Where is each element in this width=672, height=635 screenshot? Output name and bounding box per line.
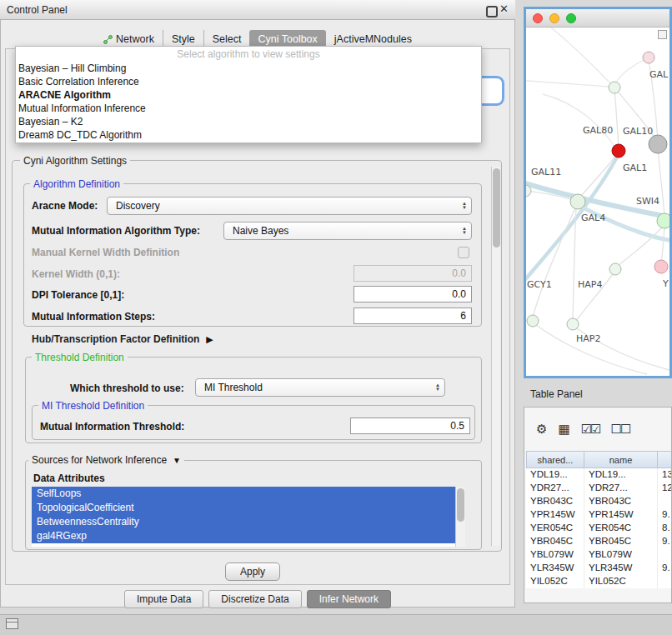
attributes-scrollbar-thumb[interactable] [457, 488, 464, 522]
mi-steps-field[interactable]: 6 [354, 308, 472, 324]
table-header-row: shared...name [526, 451, 672, 468]
network-node-label: GAL4 [581, 212, 605, 223]
table-row[interactable]: YER054CYER054C8. [526, 522, 672, 535]
network-edge [551, 28, 611, 84]
network-node[interactable] [570, 194, 585, 209]
network-edge [579, 206, 669, 241]
window-title: Control Panel [7, 4, 68, 16]
table-row[interactable]: YDR27...YDR27...12 [526, 482, 672, 495]
aracne-mode-label: Aracne Mode: [32, 200, 98, 212]
tab-label: jActiveMNodules [334, 33, 412, 45]
network-node-label: GAL10 [623, 126, 653, 137]
column-header[interactable] [658, 451, 672, 468]
network-node-label: GAL1 [623, 162, 647, 173]
network-edge [576, 271, 615, 321]
manual-kernel-label: Manual Kernel Width Definition [32, 247, 179, 258]
attributes-scrollbar[interactable] [455, 487, 465, 547]
dpi-tolerance-label: DPI Tolerance [0,1]: [32, 289, 124, 301]
network-node[interactable] [609, 82, 620, 93]
hub-definition-section[interactable]: Hub/Transcription Factor Definition ▶ [32, 333, 213, 345]
network-node-label: GCY1 [527, 279, 552, 290]
data-attributes-label: Data Attributes [33, 472, 105, 484]
tab-discretize-data[interactable]: Discretize Data [208, 590, 301, 608]
column-header[interactable]: name [584, 451, 658, 468]
kernel-width-field[interactable]: 0.0 [354, 265, 472, 282]
table-row[interactable]: YIL052CYIL052C [526, 575, 672, 588]
mi-threshold-field[interactable]: 0.5 [350, 418, 470, 434]
tab-infer-network[interactable]: Infer Network [307, 590, 391, 608]
gear-icon[interactable]: ⚙ [536, 422, 547, 437]
network-edge [526, 81, 609, 87]
tab-impute-data[interactable]: Impute Data [124, 590, 203, 608]
network-node-label: SWI4 [636, 196, 659, 207]
deselect-all-icon[interactable]: ☐☐ [611, 422, 630, 437]
zoom-icon[interactable] [566, 13, 576, 23]
mi-steps-label: Mutual Information Steps: [32, 311, 155, 322]
threshold-definition-title: Threshold Definition [32, 352, 128, 363]
table-row[interactable]: YDL19...YDL19...13 [526, 468, 672, 482]
aracne-mode-combobox[interactable]: Discovery ▲▼ [107, 197, 472, 215]
table-panel-toolbar: ⚙ ▦ ☑☑ ☐☐ [524, 408, 671, 451]
algorithm-option[interactable]: Bayesian – Hill Climbing [16, 62, 481, 75]
minimize-icon[interactable] [549, 13, 559, 23]
table-row[interactable]: YLR345WYLR345W9. [526, 562, 672, 575]
dpi-tolerance-field[interactable]: 0.0 [354, 286, 472, 302]
table-row[interactable]: YBR045CYBR045C9. [526, 535, 672, 548]
select-all-icon[interactable]: ☑☑ [581, 422, 600, 437]
table-panel-title: Table Panel [530, 388, 583, 400]
apply-button[interactable]: Apply [225, 562, 280, 581]
attribute-item[interactable]: BetweennessCentrality [32, 515, 455, 529]
hub-definition-label: Hub/Transcription Factor Definition [32, 333, 199, 345]
table-row[interactable]: YBL079WYBL079W [526, 548, 672, 562]
manual-kernel-checkbox[interactable] [458, 247, 469, 258]
attribute-item[interactable]: gal4RGexp [32, 529, 455, 543]
network-node[interactable] [612, 144, 625, 158]
sources-label: Sources for Network Inference [32, 454, 167, 466]
tab-label: Cyni Toolbox [258, 33, 317, 45]
settings-scrollbar[interactable] [491, 167, 500, 546]
column-header[interactable]: shared... [526, 451, 584, 468]
close-icon[interactable] [533, 13, 543, 23]
chevron-updown-icon: ▲▼ [431, 383, 444, 392]
algorithm-option[interactable]: Basic Correlation Inference [16, 75, 481, 88]
panel-dock-icon[interactable] [6, 618, 18, 629]
float-window-icon[interactable] [486, 6, 498, 18]
network-edge [543, 94, 619, 154]
network-node-label: HAP4 [578, 279, 602, 290]
settings-group-title: Cyni Algorithm Settings [20, 155, 130, 167]
network-node[interactable] [649, 135, 667, 153]
algorithm-option[interactable]: ARACNE Algorithm [16, 88, 481, 102]
network-node[interactable] [527, 315, 539, 327]
network-edge [614, 88, 619, 149]
network-node-label: GAL [649, 69, 669, 80]
network-node-label: Y [662, 278, 669, 289]
mi-type-combobox[interactable]: Naive Bayes ▲▼ [223, 222, 472, 240]
network-canvas[interactable]: GALGAL80GAL10GAL11GAL1SWI4GAL4GCY1HAP4YH… [526, 28, 669, 376]
mi-threshold-group-title: MI Threshold Definition [38, 400, 148, 412]
network-node-label: GAL11 [531, 167, 561, 178]
network-edge [579, 152, 619, 198]
network-edge [618, 224, 664, 266]
table-panel-window: ⚙ ▦ ☑☑ ☐☐ shared...name YDL19...YDL19...… [524, 407, 672, 603]
network-node[interactable] [643, 52, 654, 63]
table-row[interactable]: YPR145WYPR145W9. [526, 508, 672, 522]
attribute-item[interactable]: SelfLoops [32, 487, 455, 501]
algorithm-option[interactable]: Dream8 DC_TDC Algorithm [16, 128, 481, 142]
attribute-item[interactable]: TopologicalCoefficient [32, 501, 455, 515]
algorithm-option[interactable]: Bayesian – K2 [16, 115, 481, 128]
close-icon[interactable]: ✕ [499, 2, 509, 15]
chevron-right-icon: ▶ [206, 334, 213, 345]
table-row[interactable]: YBR043CYBR043C [526, 495, 672, 508]
columns-icon[interactable]: ▦ [558, 422, 569, 437]
which-threshold-combobox[interactable]: MI Threshold ▲▼ [195, 378, 445, 397]
chevron-updown-icon: ▲▼ [458, 227, 471, 235]
network-node-label: HAP2 [576, 333, 600, 344]
network-node[interactable] [657, 213, 669, 228]
aracne-mode-value: Discovery [108, 200, 458, 212]
network-node[interactable] [567, 318, 579, 330]
algorithm-option[interactable]: Mutual Information Inference [16, 102, 481, 115]
settings-scrollbar-thumb[interactable] [493, 168, 500, 248]
network-node[interactable] [654, 260, 668, 273]
network-node[interactable] [609, 263, 621, 275]
sources-section-header[interactable]: Sources for Network Inference ▼ [28, 454, 184, 466]
